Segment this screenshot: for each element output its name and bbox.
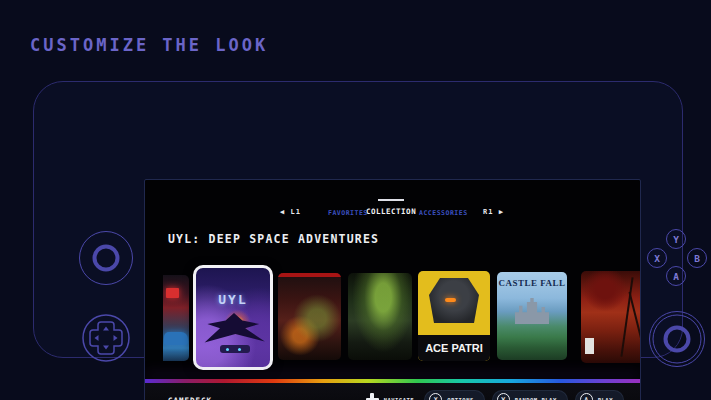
dpad-graphic [82,314,130,362]
game-card-red-horizon[interactable] [581,271,641,363]
game-card-castle-fall[interactable]: CASTLE FALL [497,272,567,360]
right-analog-stick-cap [664,326,691,353]
pylon-line [620,277,633,356]
bumper-right-r1[interactable]: R1 ▶ [483,208,504,216]
neon-sign-shape [166,288,179,298]
game-card-demon-hunter[interactable] [278,273,341,360]
button-hints: NAVIGATE X OPTIONS Y RANDOM PLAY A PLAY [366,390,624,400]
face-button-y: Y [666,229,686,249]
face-button-a-label: A [673,271,679,282]
right-analog-stick-icon [649,311,705,367]
dpad-hint-icon [366,393,379,400]
navigate-label: NAVIGATE [384,397,415,400]
play-button[interactable]: A PLAY [575,390,624,400]
face-button-b: B [687,248,707,268]
options-label: OPTIONS [447,397,474,400]
face-button-b-label: B [694,253,700,264]
dragon-silhouette [199,308,269,350]
prev-arrow-icon: ◀ [280,208,285,216]
y-button-icon: Y [497,393,510,400]
selected-game-title: UYL: DEEP SPACE ADVENTURES [168,232,379,246]
play-label: PLAY [598,397,613,400]
random-play-label: RANDOM PLAY [515,397,557,400]
random-play-button[interactable]: Y RANDOM PLAY [492,390,568,400]
next-arrow-icon: ▶ [499,208,504,216]
tab-collection-label: COLLECTION [366,207,416,216]
active-tab-indicator [378,199,404,201]
navigate-hint: NAVIGATE [366,393,415,400]
face-button-x-label: X [654,253,660,264]
bumper-right-label: R1 [483,208,493,216]
face-button-a: A [666,266,686,286]
robot-eye-glow [445,298,456,302]
castle-fall-title: CASTLE FALL [497,278,567,288]
uyl-logo: UYL [196,292,270,307]
x-button-icon: X [429,393,442,400]
left-analog-stick-icon [79,231,133,285]
tab-favorites[interactable]: FAVORITES [328,209,368,217]
red-banner [278,273,341,277]
console-screen: ◀ L1 FAVORITES COLLECTION ACCESSORIES R1… [144,179,641,400]
bumper-left-l1[interactable]: ◀ L1 [280,208,301,216]
tab-accessories[interactable]: ACCESSORIES [419,209,468,217]
game-card-space-patrol[interactable]: ACE PATRI [418,271,490,361]
options-button[interactable]: X OPTIONS [424,390,485,400]
face-button-x: X [647,248,667,268]
footer-bar: GAMEDECK NAVIGATE X OPTIONS Y RANDOM PLA… [145,383,640,400]
game-card-uyl-selected[interactable]: UYL [193,265,273,370]
pylon-line [629,292,641,353]
a-button-icon: A [580,393,593,400]
tab-collection[interactable]: COLLECTION [366,207,416,216]
title-band: ACE PATRI [418,335,490,361]
bumper-left-label: L1 [290,208,300,216]
game-card-swamp-beast[interactable] [348,273,412,360]
brand-gamedeck: GAMEDECK [168,395,212,400]
castle-shape [515,298,549,324]
handheld-device: Y X B A ◀ L1 FAVORITES COLLECTION [33,81,683,358]
face-button-y-label: Y [673,234,679,245]
left-analog-stick-cap [93,245,120,272]
label-block [585,338,594,354]
car-shape [164,332,188,345]
spaceship-shape [220,345,250,353]
game-card-neon-city[interactable] [163,275,189,361]
scene: CUSTOMIZE THE LOOK Y X B A [0,0,711,400]
space-patrol-title: ACE PATRI [425,342,483,354]
dpad-icon [82,314,130,362]
page-title: CUSTOMIZE THE LOOK [30,35,268,55]
